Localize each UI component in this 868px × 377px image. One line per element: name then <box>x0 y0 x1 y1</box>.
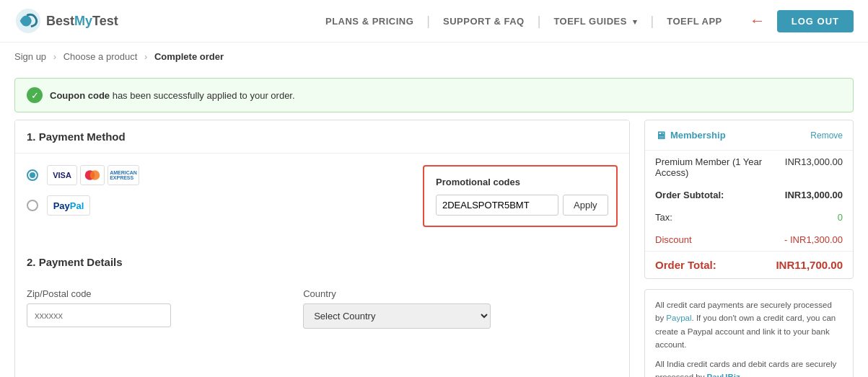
country-select[interactable]: Select Country <box>303 303 491 329</box>
right-panel: 🖥 Membership Remove Premium Member (1 Ye… <box>644 120 854 377</box>
membership-label: 🖥 Membership <box>655 129 726 141</box>
logo-icon <box>14 7 42 35</box>
security-note-1: All credit card payments are securely pr… <box>655 298 843 352</box>
order-tax-row: Tax: 0 <box>645 206 853 229</box>
nav-toefl-app[interactable]: TOEFL APP <box>654 16 735 27</box>
chevron-down-icon: ▾ <box>633 17 638 26</box>
paypal-link[interactable]: Paypal <box>666 314 691 322</box>
payment-method-section: VISA AMERICAN EXPRESS PayPal <box>15 154 629 239</box>
order-subtotal-value: INR13,000.00 <box>785 190 843 200</box>
payment-options: VISA AMERICAN EXPRESS PayPal <box>27 165 139 216</box>
zip-form-group: Zip/Postal code <box>27 288 289 329</box>
country-label: Country <box>303 288 618 299</box>
card-icons: VISA AMERICAN EXPRESS <box>47 165 139 185</box>
breadcrumb-choose-product[interactable]: Choose a product <box>63 51 138 62</box>
nav-support-faq[interactable]: SUPPORT & FAQ <box>430 16 538 27</box>
order-total-row: Order Total: INR11,700.00 <box>645 251 853 278</box>
logo-text: BestMyTest <box>46 14 118 29</box>
order-summary-header: 🖥 Membership Remove <box>645 120 853 151</box>
success-message: Coupon code has been successfully applie… <box>50 90 295 101</box>
promo-input-row: Apply <box>436 195 605 216</box>
remove-link[interactable]: Remove <box>810 130 843 141</box>
order-subtotal-row: Order Subtotal: INR13,000.00 <box>645 184 853 206</box>
visa-icon: VISA <box>47 165 77 185</box>
payment-details-section: 2. Payment Details Zip/Postal code Count… <box>15 246 629 340</box>
order-summary: 🖥 Membership Remove Premium Member (1 Ye… <box>644 120 854 279</box>
payment-form-row: Zip/Postal code Country Select Country <box>27 288 618 329</box>
order-discount-value: - INR1,300.00 <box>784 234 843 245</box>
back-arrow-icon[interactable]: ← <box>750 12 766 30</box>
logout-button[interactable]: LOG OUT <box>777 10 854 32</box>
order-subtotal-label: Order Subtotal: <box>655 190 724 200</box>
paypal-icon: PayPal <box>47 195 90 216</box>
order-tax-value: 0 <box>838 212 843 223</box>
order-item-name: Premium Member (1 Year Access) <box>655 156 785 178</box>
success-banner: ✓ Coupon code has been successfully appl… <box>14 78 854 112</box>
security-note-2: All India credit cards and debit cards a… <box>655 358 843 377</box>
success-check-icon: ✓ <box>27 87 43 103</box>
payment-details-header: 2. Payment Details <box>27 246 618 278</box>
logo-area: BestMyTest <box>14 7 118 35</box>
zip-input[interactable] <box>27 303 171 327</box>
order-item-row: Premium Member (1 Year Access) INR13,000… <box>645 151 853 184</box>
apply-button[interactable]: Apply <box>563 195 608 216</box>
payubiz-link[interactable]: PayUBiz <box>707 373 740 377</box>
paypal-radio[interactable] <box>27 200 38 211</box>
order-discount-label: Discount <box>655 234 692 245</box>
order-total-label: Order Total: <box>655 259 716 271</box>
country-form-group: Country Select Country <box>303 288 618 329</box>
breadcrumb-sep-2: › <box>144 51 147 62</box>
order-item-price: INR13,000.00 <box>785 156 843 178</box>
breadcrumb-signup[interactable]: Sign up <box>14 51 46 62</box>
mastercard-icon <box>80 165 105 185</box>
svg-point-2 <box>90 170 100 180</box>
header: BestMyTest PLANS & PRICING | SUPPORT & F… <box>0 0 868 43</box>
promo-box: Promotional codes Apply <box>423 165 618 227</box>
breadcrumb: Sign up › Choose a product › Complete or… <box>0 43 868 71</box>
order-tax-label: Tax: <box>655 212 672 223</box>
left-panel: 1. Payment Method VISA AMERICAN EXPRESS <box>14 120 630 377</box>
zip-label: Zip/Postal code <box>27 288 289 299</box>
order-total-value: INR11,700.00 <box>776 259 843 271</box>
credit-card-option[interactable]: VISA AMERICAN EXPRESS <box>27 165 139 185</box>
promo-label: Promotional codes <box>436 177 605 187</box>
amex-icon: AMERICAN EXPRESS <box>108 165 139 185</box>
order-discount-row: Discount - INR1,300.00 <box>645 229 853 251</box>
nav-toefl-guides[interactable]: TOEFL GUIDES ▾ <box>540 16 650 27</box>
nav-links: PLANS & PRICING | SUPPORT & FAQ | TOEFL … <box>312 14 735 29</box>
payment-method-header: 1. Payment Method <box>15 120 629 154</box>
main-content: 1. Payment Method VISA AMERICAN EXPRESS <box>0 120 868 377</box>
paypal-option[interactable]: PayPal <box>27 195 139 216</box>
breadcrumb-sep-1: › <box>53 51 56 62</box>
promo-code-input[interactable] <box>436 195 558 216</box>
monitor-icon: 🖥 <box>655 129 666 141</box>
nav-plans-pricing[interactable]: PLANS & PRICING <box>312 16 426 27</box>
security-note: All credit card payments are securely pr… <box>644 289 854 377</box>
breadcrumb-current: Complete order <box>154 51 224 62</box>
credit-card-radio[interactable] <box>27 169 38 181</box>
